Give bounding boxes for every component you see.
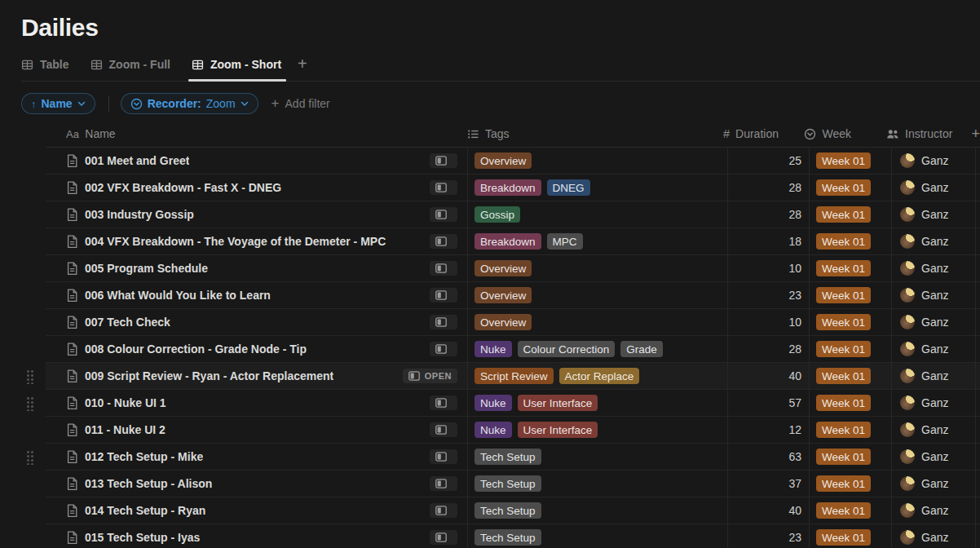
open-button[interactable] (430, 476, 457, 491)
week-cell[interactable]: Week 01 (809, 471, 891, 497)
tag-pill[interactable]: Tech Setup (475, 475, 541, 492)
tag-pill[interactable]: Overview (475, 152, 532, 169)
tag-pill[interactable]: Nuke (475, 395, 512, 411)
name-cell[interactable]: 010 - Nuke UI 1 (46, 390, 467, 416)
row-title[interactable]: 007 Tech Check (85, 316, 170, 329)
instructor-cell[interactable]: Ganz (891, 444, 975, 470)
duration-cell[interactable]: 28 (727, 175, 809, 201)
tags-cell[interactable]: Tech Setup (467, 497, 727, 524)
tag-pill[interactable]: Nuke (475, 341, 512, 357)
week-pill[interactable]: Week 01 (816, 395, 871, 411)
week-cell[interactable]: Week 01 (809, 336, 891, 362)
instructor-cell[interactable]: Ganz (891, 363, 975, 389)
tag-pill[interactable]: Overview (475, 287, 532, 303)
column-header-tags[interactable]: Tags (461, 121, 717, 147)
name-cell[interactable]: 011 - Nuke UI 2 (46, 417, 467, 443)
week-pill[interactable]: Week 01 (816, 152, 871, 169)
tag-pill[interactable]: Nuke (475, 422, 512, 438)
duration-cell[interactable]: 12 (727, 417, 809, 443)
week-cell[interactable]: Week 01 (809, 282, 891, 308)
instructor-cell[interactable]: Ganz (891, 175, 975, 201)
tags-cell[interactable]: Overview (467, 148, 727, 174)
row-title[interactable]: 003 Industry Gossip (85, 208, 194, 221)
week-pill[interactable]: Week 01 (816, 287, 871, 303)
tag-pill[interactable]: Overview (475, 260, 532, 276)
name-cell[interactable]: 013 Tech Setup - Alison (46, 471, 467, 497)
column-header-instructor[interactable]: Instructor (878, 121, 960, 147)
open-button[interactable] (430, 396, 457, 410)
duration-cell[interactable]: 40 (727, 497, 809, 524)
week-pill[interactable]: Week 01 (816, 179, 871, 196)
instructor-cell[interactable]: Ganz (891, 228, 975, 254)
instructor-cell[interactable]: Ganz (891, 282, 975, 308)
name-cell[interactable]: 014 Tech Setup - Ryan (46, 497, 467, 524)
column-header-duration[interactable]: # Duration (717, 121, 797, 147)
duration-cell[interactable]: 25 (727, 148, 809, 174)
instructor-cell[interactable]: Ganz (891, 417, 975, 443)
tab-zoom-short[interactable]: Zoom - Short (192, 55, 281, 74)
column-header-name[interactable]: Aa Name (46, 121, 461, 147)
tag-pill[interactable]: Tech Setup (475, 502, 541, 519)
week-pill[interactable]: Week 01 (816, 368, 871, 384)
instructor-cell[interactable]: Ganz (891, 255, 975, 281)
week-pill[interactable]: Week 01 (816, 449, 871, 465)
week-pill[interactable]: Week 01 (816, 502, 871, 519)
instructor-cell[interactable]: Ganz (891, 497, 975, 524)
row-title[interactable]: 009 Script Review - Ryan - Actor Replace… (85, 369, 333, 382)
add-column-button[interactable]: + (960, 121, 980, 147)
duration-cell[interactable]: 18 (727, 228, 809, 254)
row-title[interactable]: 015 Tech Setup - Iyas (85, 531, 200, 544)
row-title[interactable]: 002 VFX Breakdown - Fast X - DNEG (85, 181, 281, 194)
tags-cell[interactable]: BreakdownMPC (467, 228, 727, 254)
row-title[interactable]: 006 What Would You Like to Learn (85, 289, 271, 302)
duration-cell[interactable]: 10 (727, 309, 809, 335)
tags-cell[interactable]: Tech Setup (467, 524, 727, 548)
tag-pill[interactable]: Script Review (475, 368, 554, 384)
week-cell[interactable]: Week 01 (809, 255, 891, 281)
row-title[interactable]: 011 - Nuke UI 2 (85, 423, 166, 436)
instructor-cell[interactable]: Ganz (891, 336, 975, 362)
row-title[interactable]: 013 Tech Setup - Alison (85, 477, 212, 490)
tag-pill[interactable]: User Interface (518, 422, 598, 438)
open-button[interactable] (430, 342, 457, 356)
drag-handle-icon[interactable] (26, 450, 34, 465)
tags-cell[interactable]: BreakdownDNEG (467, 175, 727, 201)
week-pill[interactable]: Week 01 (816, 260, 871, 276)
week-pill[interactable]: Week 01 (816, 475, 871, 492)
name-cell[interactable]: 005 Program Schedule (46, 255, 467, 281)
open-button[interactable] (430, 207, 457, 222)
tag-pill[interactable]: Tech Setup (475, 529, 541, 546)
tag-pill[interactable]: User Interface (518, 395, 598, 411)
name-cell[interactable]: 003 Industry Gossip (46, 201, 467, 228)
week-cell[interactable]: Week 01 (809, 390, 891, 416)
week-pill[interactable]: Week 01 (816, 341, 871, 357)
week-cell[interactable]: Week 01 (809, 148, 891, 174)
week-cell[interactable]: Week 01 (809, 201, 891, 228)
open-button[interactable] (430, 180, 457, 195)
tag-pill[interactable]: Breakdown (475, 233, 541, 250)
tags-cell[interactable]: Overview (467, 255, 727, 281)
row-title[interactable]: 012 Tech Setup - Mike (85, 450, 203, 463)
drag-handle-icon[interactable] (26, 369, 34, 384)
open-button[interactable]: OPEN (403, 369, 457, 383)
tags-cell[interactable]: NukeUser Interface (467, 417, 727, 443)
tab-table[interactable]: Table (21, 55, 69, 74)
tag-pill[interactable]: Overview (475, 314, 532, 330)
instructor-cell[interactable]: Ganz (891, 201, 975, 228)
week-cell[interactable]: Week 01 (809, 524, 891, 548)
tag-pill[interactable]: Grade (620, 341, 663, 357)
duration-cell[interactable]: 10 (727, 255, 809, 281)
open-button[interactable] (430, 315, 457, 329)
tags-cell[interactable]: Overview (467, 282, 727, 308)
open-button[interactable] (430, 288, 457, 303)
duration-cell[interactable]: 37 (727, 471, 809, 497)
row-title[interactable]: 008 Colour Correction - Grade Node - Tip (85, 342, 307, 356)
tag-pill[interactable]: Breakdown (475, 179, 541, 196)
tags-cell[interactable]: Tech Setup (467, 471, 727, 497)
name-cell[interactable]: 008 Colour Correction - Grade Node - Tip (46, 336, 467, 362)
duration-cell[interactable]: 57 (727, 390, 809, 416)
name-cell[interactable]: 006 What Would You Like to Learn (46, 282, 467, 308)
add-view-plus-icon[interactable]: + (298, 55, 307, 73)
tag-pill[interactable]: MPC (547, 233, 583, 250)
duration-cell[interactable]: 40 (727, 363, 809, 389)
